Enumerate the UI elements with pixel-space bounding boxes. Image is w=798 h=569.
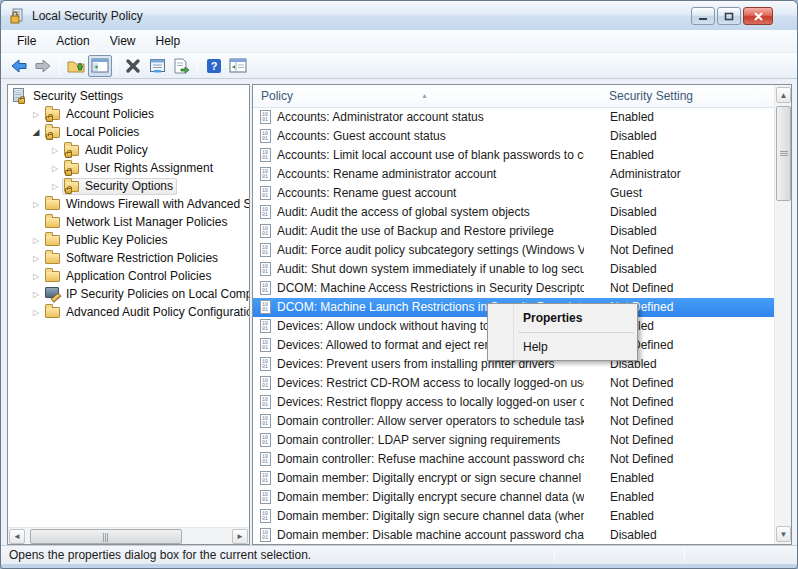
policy-setting: Disabled bbox=[610, 127, 657, 146]
expand-icon[interactable]: ▷ bbox=[48, 182, 62, 191]
policy-row[interactable]: 1001Devices: Restrict floppy access to l… bbox=[253, 393, 774, 412]
tree-item-advanced-audit-policy-configuration[interactable]: ▷Advanced Audit Policy Configuration bbox=[8, 303, 249, 321]
scroll-down-button[interactable]: ▼ bbox=[776, 526, 791, 542]
horizontal-scroll-thumb[interactable] bbox=[30, 529, 182, 544]
policy-row[interactable]: 1001Audit: Audit the use of Backup and R… bbox=[253, 222, 774, 241]
title-bar[interactable]: Local Security Policy bbox=[1, 1, 797, 30]
tree-horizontal-scrollbar[interactable]: ◄ ► bbox=[8, 527, 249, 544]
expand-icon[interactable]: ▷ bbox=[48, 164, 62, 173]
expand-icon[interactable]: ▷ bbox=[29, 236, 43, 245]
list-vertical-scrollbar[interactable]: ▲ ▼ bbox=[774, 85, 791, 544]
scroll-left-button[interactable]: ◄ bbox=[9, 529, 25, 544]
expand-icon[interactable]: ▷ bbox=[29, 272, 43, 281]
close-button[interactable] bbox=[743, 7, 773, 25]
policy-icon: 1001 bbox=[259, 224, 273, 238]
tree-item-body: Security Settings bbox=[10, 88, 127, 105]
up-one-level-button[interactable] bbox=[64, 55, 88, 77]
policy-row[interactable]: 1001Accounts: Rename guest accountGuest bbox=[253, 184, 774, 203]
policy-name: Domain member: Digitally sign secure cha… bbox=[277, 507, 584, 526]
policy-row[interactable]: 1001Domain controller: Allow server oper… bbox=[253, 412, 774, 431]
help-button[interactable]: ? bbox=[202, 55, 226, 77]
policy-row[interactable]: 1001Audit: Force audit policy subcategor… bbox=[253, 241, 774, 260]
expand-icon[interactable]: ▷ bbox=[48, 146, 62, 155]
policy-row[interactable]: 1001Domain member: Digitally encrypt sec… bbox=[253, 488, 774, 507]
list-header: Policy ▲ Security Setting bbox=[253, 85, 774, 108]
tree-item-security-settings[interactable]: Security Settings bbox=[8, 87, 249, 105]
svg-text:01: 01 bbox=[262, 402, 268, 408]
expand-icon[interactable]: ▷ bbox=[29, 308, 43, 317]
tree-item-application-control-policies[interactable]: ▷Application Control Policies bbox=[8, 267, 249, 285]
policy-row[interactable]: 1001Audit: Shut down system immediately … bbox=[253, 260, 774, 279]
tree-item-account-policies[interactable]: ▷Account Policies bbox=[8, 105, 249, 123]
policy-icon: 1001 bbox=[259, 357, 273, 371]
policy-row[interactable]: 1001Accounts: Limit local account use of… bbox=[253, 146, 774, 165]
policy-row[interactable]: 1001Audit: Audit the access of global sy… bbox=[253, 203, 774, 222]
menu-file[interactable]: File bbox=[7, 31, 46, 51]
export-list-button[interactable] bbox=[169, 55, 193, 77]
menu-help[interactable]: Help bbox=[146, 31, 191, 51]
context-menu-properties[interactable]: Properties bbox=[489, 307, 636, 329]
tree-item-audit-policy[interactable]: ▷Audit Policy bbox=[8, 141, 249, 159]
expand-icon[interactable]: ▷ bbox=[29, 200, 43, 209]
back-button[interactable] bbox=[7, 55, 31, 77]
policy-name: Accounts: Limit local account use of bla… bbox=[277, 146, 584, 165]
tree-item-network-list-manager-policies[interactable]: Network List Manager Policies bbox=[8, 213, 249, 231]
policy-row[interactable]: 1001Domain member: Disable machine accou… bbox=[253, 526, 774, 544]
policy-row[interactable]: 1001Domain controller: LDAP server signi… bbox=[253, 431, 774, 450]
tree-item-security-options[interactable]: ▷Security Options bbox=[8, 177, 249, 195]
policy-icon: 1001 bbox=[259, 528, 273, 542]
column-separator[interactable] bbox=[757, 88, 758, 105]
tree-item-label: Security Options bbox=[85, 179, 173, 193]
policy-row[interactable]: 1001Accounts: Guest account statusDisabl… bbox=[253, 127, 774, 146]
forward-button[interactable] bbox=[31, 55, 55, 77]
context-menu: Properties Help bbox=[487, 303, 638, 361]
tree-item-public-key-policies[interactable]: ▷Public Key Policies bbox=[8, 231, 249, 249]
policy-row[interactable]: 1001Accounts: Administrator account stat… bbox=[253, 108, 774, 127]
tree-item-label: Account Policies bbox=[66, 107, 154, 121]
maximize-button[interactable] bbox=[717, 7, 741, 25]
tree-item-label: Advanced Audit Policy Configuration bbox=[66, 305, 249, 319]
policy-icon: 1001 bbox=[259, 300, 273, 314]
policy-row[interactable]: 1001Domain member: Digitally encrypt or … bbox=[253, 469, 774, 488]
minimize-button[interactable] bbox=[691, 7, 715, 25]
policy-row[interactable]: 1001Accounts: Rename administrator accou… bbox=[253, 165, 774, 184]
policy-row[interactable]: 1001Devices: Restrict CD-ROM access to l… bbox=[253, 374, 774, 393]
menu-bar: File Action View Help bbox=[1, 30, 797, 53]
tree-item-user-rights-assignment[interactable]: ▷User Rights Assignment bbox=[8, 159, 249, 177]
properties-button[interactable] bbox=[145, 55, 169, 77]
policy-name: Domain controller: Refuse machine accoun… bbox=[277, 450, 584, 469]
scroll-grip bbox=[780, 151, 788, 152]
tree-item-ip-security-policies-on-local-compute[interactable]: ▷IP Security Policies on Local Compute bbox=[8, 285, 249, 303]
policy-row[interactable]: 1001Domain controller: Refuse machine ac… bbox=[253, 450, 774, 469]
policy-name: Audit: Shut down system immediately if u… bbox=[277, 260, 584, 279]
menu-view[interactable]: View bbox=[100, 31, 146, 51]
column-header-security-setting[interactable]: Security Setting bbox=[601, 85, 756, 108]
policy-row[interactable]: 1001Domain member: Digitally sign secure… bbox=[253, 507, 774, 526]
expand-icon[interactable]: ▷ bbox=[29, 254, 43, 263]
scroll-up-button[interactable]: ▲ bbox=[776, 87, 791, 103]
tree-item-local-policies[interactable]: ◢Local Policies bbox=[8, 123, 249, 141]
menu-action[interactable]: Action bbox=[46, 31, 99, 51]
policy-setting: Enabled bbox=[610, 108, 654, 127]
policy-name: Audit: Force audit policy subcategory se… bbox=[277, 241, 584, 260]
tree-item-label: Application Control Policies bbox=[66, 269, 211, 283]
policy-icon: 1001 bbox=[259, 129, 273, 143]
toolbar-separator bbox=[197, 57, 198, 75]
toolbar-separator bbox=[116, 57, 117, 75]
context-menu-help[interactable]: Help bbox=[489, 336, 636, 358]
vertical-scroll-thumb[interactable] bbox=[776, 106, 791, 201]
expand-icon[interactable]: ▷ bbox=[29, 110, 43, 119]
folder-icon bbox=[45, 251, 62, 265]
status-text: Opens the properties dialog box for the … bbox=[9, 548, 311, 562]
delete-button[interactable] bbox=[121, 55, 145, 77]
expand-icon[interactable]: ▷ bbox=[29, 290, 43, 299]
column-header-policy[interactable]: Policy ▲ bbox=[253, 85, 600, 108]
tree-item-software-restriction-policies[interactable]: ▷Software Restriction Policies bbox=[8, 249, 249, 267]
show-hide-console-tree-button[interactable] bbox=[88, 55, 112, 77]
scroll-right-button[interactable]: ► bbox=[232, 529, 248, 544]
tree-item-windows-firewall-with-advanced-secu[interactable]: ▷Windows Firewall with Advanced Secu bbox=[8, 195, 249, 213]
policy-row[interactable]: 1001DCOM: Machine Access Restrictions in… bbox=[253, 279, 774, 298]
collapse-icon[interactable]: ◢ bbox=[29, 127, 43, 137]
show-hide-action-pane-button[interactable] bbox=[226, 55, 250, 77]
svg-text:01: 01 bbox=[262, 212, 268, 218]
